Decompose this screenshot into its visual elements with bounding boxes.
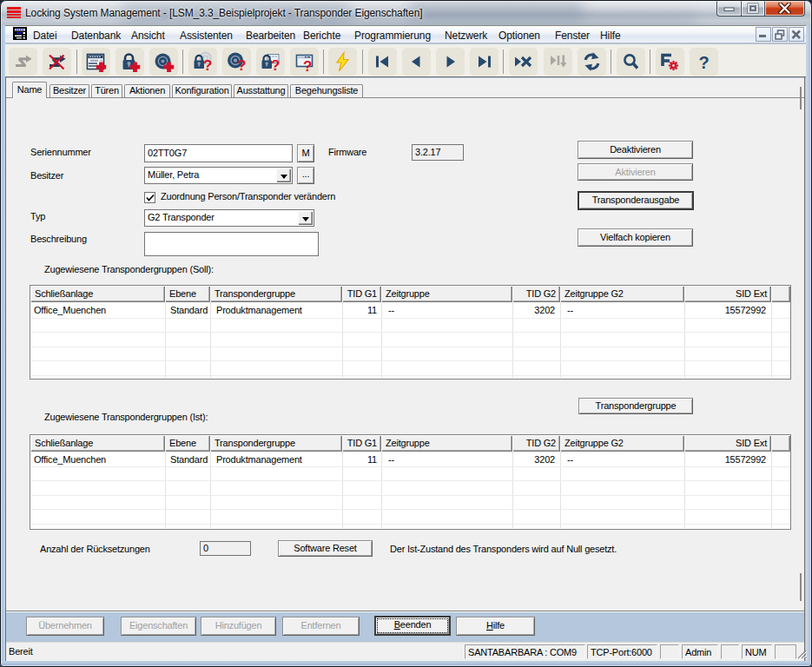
svg-text:?: ? — [237, 57, 246, 73]
svg-text:?: ? — [203, 57, 212, 73]
svg-text:?: ? — [271, 57, 280, 73]
svg-text:?: ? — [699, 53, 710, 72]
svg-text:?: ? — [303, 58, 312, 73]
